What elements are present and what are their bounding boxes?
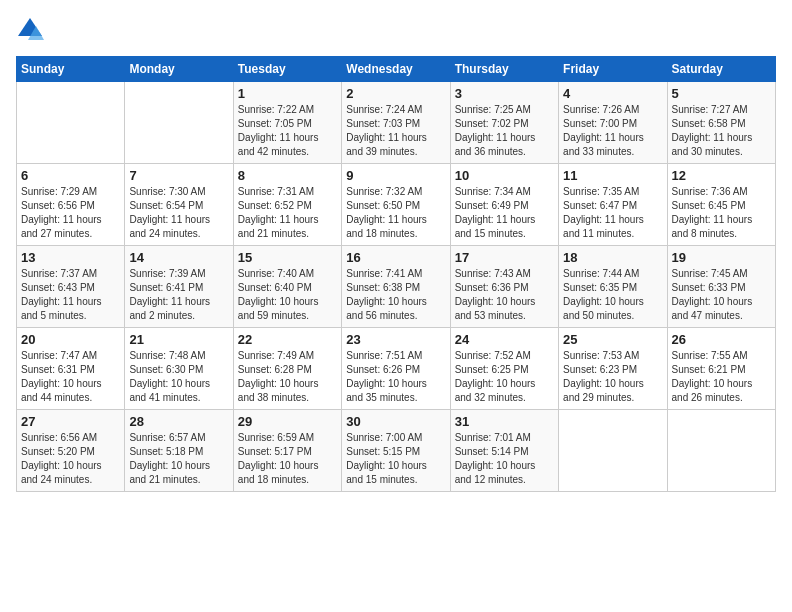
day-info: Sunrise: 7:47 AM Sunset: 6:31 PM Dayligh… bbox=[21, 349, 120, 405]
calendar-table: SundayMondayTuesdayWednesdayThursdayFrid… bbox=[16, 56, 776, 492]
header-day: Monday bbox=[125, 57, 233, 82]
header-row: SundayMondayTuesdayWednesdayThursdayFrid… bbox=[17, 57, 776, 82]
calendar-cell: 6Sunrise: 7:29 AM Sunset: 6:56 PM Daylig… bbox=[17, 164, 125, 246]
calendar-week-row: 20Sunrise: 7:47 AM Sunset: 6:31 PM Dayli… bbox=[17, 328, 776, 410]
day-info: Sunrise: 7:34 AM Sunset: 6:49 PM Dayligh… bbox=[455, 185, 554, 241]
calendar-cell: 29Sunrise: 6:59 AM Sunset: 5:17 PM Dayli… bbox=[233, 410, 341, 492]
day-number: 4 bbox=[563, 86, 662, 101]
calendar-cell: 14Sunrise: 7:39 AM Sunset: 6:41 PM Dayli… bbox=[125, 246, 233, 328]
calendar-cell: 21Sunrise: 7:48 AM Sunset: 6:30 PM Dayli… bbox=[125, 328, 233, 410]
day-number: 15 bbox=[238, 250, 337, 265]
day-number: 16 bbox=[346, 250, 445, 265]
calendar-cell: 20Sunrise: 7:47 AM Sunset: 6:31 PM Dayli… bbox=[17, 328, 125, 410]
calendar-cell: 13Sunrise: 7:37 AM Sunset: 6:43 PM Dayli… bbox=[17, 246, 125, 328]
day-number: 12 bbox=[672, 168, 771, 183]
day-info: Sunrise: 7:49 AM Sunset: 6:28 PM Dayligh… bbox=[238, 349, 337, 405]
day-info: Sunrise: 7:53 AM Sunset: 6:23 PM Dayligh… bbox=[563, 349, 662, 405]
calendar-cell: 3Sunrise: 7:25 AM Sunset: 7:02 PM Daylig… bbox=[450, 82, 558, 164]
calendar-cell: 30Sunrise: 7:00 AM Sunset: 5:15 PM Dayli… bbox=[342, 410, 450, 492]
calendar-cell: 22Sunrise: 7:49 AM Sunset: 6:28 PM Dayli… bbox=[233, 328, 341, 410]
day-info: Sunrise: 7:55 AM Sunset: 6:21 PM Dayligh… bbox=[672, 349, 771, 405]
calendar-cell: 1Sunrise: 7:22 AM Sunset: 7:05 PM Daylig… bbox=[233, 82, 341, 164]
day-number: 20 bbox=[21, 332, 120, 347]
day-number: 22 bbox=[238, 332, 337, 347]
day-info: Sunrise: 7:44 AM Sunset: 6:35 PM Dayligh… bbox=[563, 267, 662, 323]
day-number: 30 bbox=[346, 414, 445, 429]
header-day: Tuesday bbox=[233, 57, 341, 82]
day-number: 9 bbox=[346, 168, 445, 183]
day-info: Sunrise: 6:59 AM Sunset: 5:17 PM Dayligh… bbox=[238, 431, 337, 487]
day-info: Sunrise: 7:27 AM Sunset: 6:58 PM Dayligh… bbox=[672, 103, 771, 159]
day-number: 2 bbox=[346, 86, 445, 101]
calendar-cell: 18Sunrise: 7:44 AM Sunset: 6:35 PM Dayli… bbox=[559, 246, 667, 328]
day-number: 29 bbox=[238, 414, 337, 429]
calendar-cell: 15Sunrise: 7:40 AM Sunset: 6:40 PM Dayli… bbox=[233, 246, 341, 328]
calendar-cell bbox=[559, 410, 667, 492]
day-info: Sunrise: 7:48 AM Sunset: 6:30 PM Dayligh… bbox=[129, 349, 228, 405]
logo-icon bbox=[16, 16, 44, 44]
day-info: Sunrise: 7:36 AM Sunset: 6:45 PM Dayligh… bbox=[672, 185, 771, 241]
day-info: Sunrise: 7:24 AM Sunset: 7:03 PM Dayligh… bbox=[346, 103, 445, 159]
day-info: Sunrise: 7:39 AM Sunset: 6:41 PM Dayligh… bbox=[129, 267, 228, 323]
day-number: 5 bbox=[672, 86, 771, 101]
day-info: Sunrise: 7:30 AM Sunset: 6:54 PM Dayligh… bbox=[129, 185, 228, 241]
header-day: Sunday bbox=[17, 57, 125, 82]
day-info: Sunrise: 7:35 AM Sunset: 6:47 PM Dayligh… bbox=[563, 185, 662, 241]
day-info: Sunrise: 6:56 AM Sunset: 5:20 PM Dayligh… bbox=[21, 431, 120, 487]
day-info: Sunrise: 7:01 AM Sunset: 5:14 PM Dayligh… bbox=[455, 431, 554, 487]
calendar-cell: 27Sunrise: 6:56 AM Sunset: 5:20 PM Dayli… bbox=[17, 410, 125, 492]
day-info: Sunrise: 7:31 AM Sunset: 6:52 PM Dayligh… bbox=[238, 185, 337, 241]
day-number: 3 bbox=[455, 86, 554, 101]
calendar-cell: 17Sunrise: 7:43 AM Sunset: 6:36 PM Dayli… bbox=[450, 246, 558, 328]
day-info: Sunrise: 7:29 AM Sunset: 6:56 PM Dayligh… bbox=[21, 185, 120, 241]
calendar-cell: 25Sunrise: 7:53 AM Sunset: 6:23 PM Dayli… bbox=[559, 328, 667, 410]
calendar-cell: 12Sunrise: 7:36 AM Sunset: 6:45 PM Dayli… bbox=[667, 164, 775, 246]
day-info: Sunrise: 7:22 AM Sunset: 7:05 PM Dayligh… bbox=[238, 103, 337, 159]
day-number: 7 bbox=[129, 168, 228, 183]
day-info: Sunrise: 7:51 AM Sunset: 6:26 PM Dayligh… bbox=[346, 349, 445, 405]
calendar-week-row: 6Sunrise: 7:29 AM Sunset: 6:56 PM Daylig… bbox=[17, 164, 776, 246]
header-day: Thursday bbox=[450, 57, 558, 82]
calendar-cell: 31Sunrise: 7:01 AM Sunset: 5:14 PM Dayli… bbox=[450, 410, 558, 492]
calendar-cell: 11Sunrise: 7:35 AM Sunset: 6:47 PM Dayli… bbox=[559, 164, 667, 246]
day-number: 14 bbox=[129, 250, 228, 265]
calendar-cell: 23Sunrise: 7:51 AM Sunset: 6:26 PM Dayli… bbox=[342, 328, 450, 410]
calendar-week-row: 1Sunrise: 7:22 AM Sunset: 7:05 PM Daylig… bbox=[17, 82, 776, 164]
day-number: 6 bbox=[21, 168, 120, 183]
page-header bbox=[16, 16, 776, 44]
day-number: 26 bbox=[672, 332, 771, 347]
day-number: 11 bbox=[563, 168, 662, 183]
day-info: Sunrise: 6:57 AM Sunset: 5:18 PM Dayligh… bbox=[129, 431, 228, 487]
day-info: Sunrise: 7:32 AM Sunset: 6:50 PM Dayligh… bbox=[346, 185, 445, 241]
day-info: Sunrise: 7:00 AM Sunset: 5:15 PM Dayligh… bbox=[346, 431, 445, 487]
calendar-week-row: 27Sunrise: 6:56 AM Sunset: 5:20 PM Dayli… bbox=[17, 410, 776, 492]
day-number: 8 bbox=[238, 168, 337, 183]
day-number: 28 bbox=[129, 414, 228, 429]
calendar-cell: 28Sunrise: 6:57 AM Sunset: 5:18 PM Dayli… bbox=[125, 410, 233, 492]
day-number: 31 bbox=[455, 414, 554, 429]
day-number: 19 bbox=[672, 250, 771, 265]
calendar-cell bbox=[125, 82, 233, 164]
day-info: Sunrise: 7:52 AM Sunset: 6:25 PM Dayligh… bbox=[455, 349, 554, 405]
calendar-cell: 5Sunrise: 7:27 AM Sunset: 6:58 PM Daylig… bbox=[667, 82, 775, 164]
calendar-cell: 19Sunrise: 7:45 AM Sunset: 6:33 PM Dayli… bbox=[667, 246, 775, 328]
day-number: 18 bbox=[563, 250, 662, 265]
day-number: 21 bbox=[129, 332, 228, 347]
header-day: Friday bbox=[559, 57, 667, 82]
day-number: 25 bbox=[563, 332, 662, 347]
day-number: 27 bbox=[21, 414, 120, 429]
calendar-header: SundayMondayTuesdayWednesdayThursdayFrid… bbox=[17, 57, 776, 82]
day-info: Sunrise: 7:25 AM Sunset: 7:02 PM Dayligh… bbox=[455, 103, 554, 159]
logo bbox=[16, 16, 48, 44]
calendar-cell: 9Sunrise: 7:32 AM Sunset: 6:50 PM Daylig… bbox=[342, 164, 450, 246]
calendar-cell bbox=[17, 82, 125, 164]
day-number: 1 bbox=[238, 86, 337, 101]
calendar-cell: 2Sunrise: 7:24 AM Sunset: 7:03 PM Daylig… bbox=[342, 82, 450, 164]
calendar-cell: 7Sunrise: 7:30 AM Sunset: 6:54 PM Daylig… bbox=[125, 164, 233, 246]
calendar-cell: 10Sunrise: 7:34 AM Sunset: 6:49 PM Dayli… bbox=[450, 164, 558, 246]
calendar-cell: 16Sunrise: 7:41 AM Sunset: 6:38 PM Dayli… bbox=[342, 246, 450, 328]
calendar-cell: 26Sunrise: 7:55 AM Sunset: 6:21 PM Dayli… bbox=[667, 328, 775, 410]
day-number: 10 bbox=[455, 168, 554, 183]
day-number: 24 bbox=[455, 332, 554, 347]
calendar-cell: 24Sunrise: 7:52 AM Sunset: 6:25 PM Dayli… bbox=[450, 328, 558, 410]
